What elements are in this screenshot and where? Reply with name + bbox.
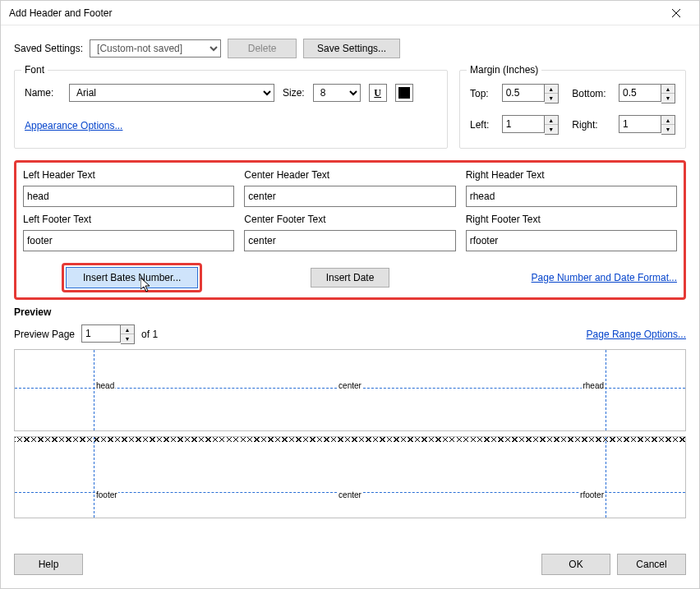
color-swatch-icon bbox=[398, 87, 410, 99]
center-header-input[interactable] bbox=[244, 186, 455, 207]
font-size-combo[interactable]: 8 bbox=[313, 84, 361, 102]
insert-bates-button[interactable]: Insert Bates Number... bbox=[66, 267, 198, 288]
margin-group: Margin (Inches) Top: ▲▼ Bottom: ▲▼ Left:… bbox=[459, 70, 686, 149]
font-color-button[interactable] bbox=[395, 84, 413, 102]
down-icon[interactable]: ▼ bbox=[661, 125, 675, 134]
preview-label: Preview bbox=[14, 306, 686, 318]
left-header-label: Left Header Text bbox=[23, 169, 234, 181]
right-footer-input[interactable] bbox=[466, 230, 677, 251]
down-icon[interactable]: ▼ bbox=[545, 125, 558, 134]
margin-right-label: Right: bbox=[572, 119, 613, 131]
saved-settings-label: Saved Settings: bbox=[14, 43, 83, 54]
right-footer-label: Right Footer Text bbox=[466, 214, 677, 225]
font-group-label: Font bbox=[21, 64, 48, 76]
ok-button[interactable]: OK bbox=[541, 554, 610, 575]
margin-bottom-label: Bottom: bbox=[572, 88, 613, 99]
margin-left-label: Left: bbox=[470, 119, 496, 131]
page-number-format-link[interactable]: Page Number and Date Format... bbox=[532, 272, 677, 283]
up-icon[interactable]: ▲ bbox=[661, 116, 675, 125]
font-group: Font Name: Arial Size: 8 U Appearance Op… bbox=[14, 70, 448, 149]
insert-date-button[interactable]: Insert Date bbox=[311, 268, 389, 288]
preview-footer-center: center bbox=[338, 490, 362, 499]
titlebar: Add Header and Footer bbox=[1, 1, 699, 25]
right-header-label: Right Header Text bbox=[466, 169, 677, 181]
center-header-label: Center Header Text bbox=[244, 169, 455, 181]
margin-top-spinner[interactable]: ▲▼ bbox=[502, 84, 559, 104]
center-footer-input[interactable] bbox=[244, 230, 455, 251]
header-preview: head center rhead bbox=[14, 349, 686, 431]
preview-page-spinner[interactable]: ▲▼ bbox=[81, 324, 135, 344]
font-name-label: Name: bbox=[25, 87, 61, 99]
dialog-buttons: Help OK Cancel bbox=[14, 554, 686, 575]
down-icon[interactable]: ▼ bbox=[545, 94, 558, 103]
window-title: Add Header and Footer bbox=[9, 7, 660, 19]
preview-footer-left: footer bbox=[95, 490, 118, 499]
delete-button[interactable]: Delete bbox=[228, 39, 297, 58]
right-header-input[interactable] bbox=[466, 186, 677, 207]
footer-preview: footer center rfooter bbox=[14, 436, 686, 518]
margin-top-label: Top: bbox=[470, 88, 496, 99]
saved-settings-row: Saved Settings: [Custom-not saved] Delet… bbox=[14, 39, 686, 58]
page-range-options-link[interactable]: Page Range Options... bbox=[587, 329, 686, 340]
center-footer-label: Center Footer Text bbox=[244, 214, 455, 225]
margin-group-label: Margin (Inches) bbox=[467, 64, 541, 76]
left-header-input[interactable] bbox=[23, 186, 234, 207]
up-icon[interactable]: ▲ bbox=[121, 325, 134, 334]
help-button[interactable]: Help bbox=[14, 554, 83, 575]
preview-footer-right: rfooter bbox=[579, 490, 605, 499]
font-size-label: Size: bbox=[283, 87, 305, 99]
insert-bates-highlight: Insert Bates Number... bbox=[62, 263, 202, 292]
preview-header-right: rhead bbox=[582, 381, 605, 390]
up-icon[interactable]: ▲ bbox=[545, 116, 558, 125]
preview-header-left: head bbox=[95, 381, 115, 390]
left-footer-input[interactable] bbox=[23, 230, 234, 251]
appearance-options-link[interactable]: Appearance Options... bbox=[25, 120, 122, 131]
cancel-button[interactable]: Cancel bbox=[617, 554, 686, 575]
margin-left-spinner[interactable]: ▲▼ bbox=[502, 115, 559, 135]
close-button[interactable] bbox=[660, 2, 693, 25]
preview-header-center: center bbox=[338, 381, 362, 390]
down-icon[interactable]: ▼ bbox=[121, 334, 134, 343]
saved-settings-combo[interactable]: [Custom-not saved] bbox=[90, 39, 221, 58]
margin-bottom-spinner[interactable]: ▲▼ bbox=[619, 84, 675, 104]
underline-button[interactable]: U bbox=[369, 84, 387, 102]
preview-of-label: of 1 bbox=[141, 329, 158, 340]
header-footer-section: Left Header Text Left Footer Text Center… bbox=[14, 160, 686, 300]
up-icon[interactable]: ▲ bbox=[661, 85, 675, 94]
save-settings-button[interactable]: Save Settings... bbox=[303, 39, 400, 58]
preview-page-label: Preview Page bbox=[14, 329, 75, 340]
font-name-combo[interactable]: Arial bbox=[69, 84, 274, 102]
up-icon[interactable]: ▲ bbox=[545, 85, 558, 94]
margin-right-spinner[interactable]: ▲▼ bbox=[619, 115, 675, 135]
left-footer-label: Left Footer Text bbox=[23, 214, 234, 225]
down-icon[interactable]: ▼ bbox=[661, 94, 675, 103]
